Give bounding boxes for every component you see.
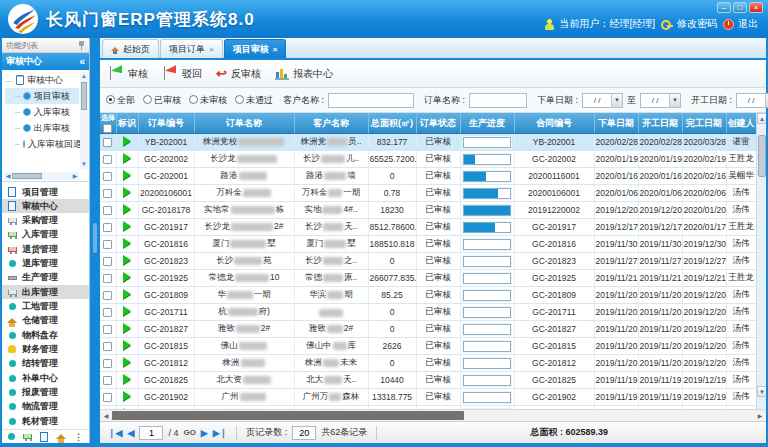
grid-vscroll-thumb[interactable] <box>758 135 766 177</box>
scroll-up-icon[interactable]: ▲ <box>757 113 766 124</box>
tree-vertical-scrollbar[interactable]: ▲ ▼ <box>80 72 88 169</box>
row-checkbox[interactable] <box>103 342 112 351</box>
scroll-right-icon[interactable]: ▶ <box>755 411 765 421</box>
calendar-dropdown-icon[interactable]: ▼ <box>611 94 622 107</box>
maximize-button[interactable]: □ <box>733 2 747 13</box>
table-row[interactable]: GC-201815佛山佛山中库2626已审核GC-2018152019/11/2… <box>100 338 756 355</box>
row-checkbox[interactable] <box>103 325 112 334</box>
table-row[interactable]: GC-202002长沙龙长沙儿..65525.7200..已审核GC-20200… <box>100 151 756 168</box>
sidebar-item-仓储管理[interactable]: 仓储管理 <box>2 314 89 328</box>
prev-page-button[interactable]: ◀ <box>127 428 134 438</box>
column-header-标识[interactable]: 标识 <box>116 113 138 134</box>
table-row[interactable]: GC-201925常德龙10常德原..266077.835..已审核GC-201… <box>100 270 756 287</box>
table-row[interactable]: GC-201812株洲株洲未来0已审核GC-2018122019/11/2020… <box>100 355 756 372</box>
close-tab-icon[interactable]: × <box>209 45 214 54</box>
tab-项目订单[interactable]: 项目订单× <box>160 39 223 58</box>
sidebar-item-耗材管理[interactable]: 耗材管理 <box>2 414 89 428</box>
row-checkbox[interactable] <box>103 376 112 385</box>
splitter-handle[interactable] <box>90 38 100 443</box>
minimize-button[interactable]: – <box>717 2 731 13</box>
tree-item-入库审核回退[interactable]: ┄入库审核回退 <box>5 136 79 152</box>
row-checkbox[interactable] <box>103 223 112 232</box>
table-row[interactable]: GC-201823长沙苑长沙之..0已审核GC-2018232019/11/27… <box>100 253 756 270</box>
row-checkbox[interactable] <box>103 206 112 215</box>
sidebar-item-入库管理[interactable]: 入库管理 <box>2 228 89 242</box>
column-header-生产进度[interactable]: 生产进度 <box>460 113 514 134</box>
报表中心-button[interactable]: 报表中心 <box>275 67 333 81</box>
order-date-input[interactable]: / /▼ <box>582 93 623 108</box>
mini-dot-icon[interactable] <box>8 433 15 440</box>
table-row[interactable]: GC-201809华一期华滨期85.25已审核GC-2018092019/11/… <box>100 287 756 304</box>
mini-cart-icon[interactable] <box>23 434 32 439</box>
calendar-dropdown-icon[interactable]: ▼ <box>669 94 680 107</box>
table-row[interactable]: GC-202001路港路港墙0已审核202001160012020/01/162… <box>100 168 756 185</box>
start-date-input[interactable]: / /▼ <box>736 93 768 108</box>
sidebar-item-报废管理[interactable]: 报废管理 <box>2 385 89 399</box>
tab-项目审核[interactable]: 项目审核× <box>224 39 287 58</box>
row-checkbox[interactable] <box>103 189 112 198</box>
tree-item-入库审核[interactable]: ┄入库审核 <box>5 104 79 120</box>
sidebar-item-项目管理[interactable]: 项目管理 <box>2 185 89 199</box>
sidebar-item-退库管理[interactable]: 退库管理 <box>2 257 89 271</box>
close-tab-icon[interactable]: × <box>273 45 278 54</box>
反审核-button[interactable]: ↩反审核 <box>216 67 261 81</box>
table-row[interactable]: GC-201917长沙龙2#长沙天..8512.78600..已审核GC-201… <box>100 219 756 236</box>
logout-button[interactable]: 退出 <box>723 17 758 31</box>
tree-root-audit-center[interactable]: —审核中心 <box>5 72 79 88</box>
column-header-总面积(㎡)[interactable]: 总面积(㎡) <box>368 113 416 134</box>
customer-name-input[interactable] <box>328 93 414 108</box>
tree-horizontal-scrollbar[interactable]: ◀ ▶ <box>4 172 79 180</box>
table-row[interactable]: GC-201902广州广州万森林13318.775已审核GC-201902201… <box>100 389 756 406</box>
scroll-right-icon[interactable]: ▶ <box>71 172 79 180</box>
审核-button[interactable]: 审核 <box>108 65 148 83</box>
go-button[interactable]: GO <box>183 428 195 437</box>
table-row[interactable]: YB-202001株洲党校株洲党员..832.177已审核YB-20200120… <box>100 134 756 151</box>
column-header-完工日期[interactable]: 完工日期 <box>682 113 726 134</box>
page-number-input[interactable] <box>139 426 163 440</box>
grid-vertical-scrollbar[interactable]: ▲ ▼ <box>756 113 766 409</box>
pin-icon[interactable] <box>78 41 85 50</box>
scroll-left-icon[interactable]: ◀ <box>4 172 12 180</box>
collapse-icon[interactable]: « <box>79 56 85 67</box>
table-row[interactable]: GC-201827雅致2#雅致2#0已审核GC-2018272019/11/20… <box>100 321 756 338</box>
scroll-down-icon[interactable]: ▼ <box>80 160 88 169</box>
sidebar-item-审核中心[interactable]: 审核中心 <box>2 199 89 213</box>
radio-未审核[interactable]: 未审核 <box>189 94 227 107</box>
column-header-合同编号[interactable]: 合同编号 <box>514 113 594 134</box>
next-page-button[interactable]: ▶ <box>201 428 208 438</box>
row-checkbox[interactable] <box>103 257 112 266</box>
row-checkbox[interactable] <box>103 274 112 283</box>
change-password-button[interactable]: 修改密码 <box>661 17 717 31</box>
sidebar-item-出库管理[interactable]: 出库管理 <box>2 285 89 299</box>
order-date-end-input[interactable]: / /▼ <box>640 93 681 108</box>
radio-全部[interactable]: 全部 <box>106 94 135 107</box>
sidebar-item-物料盘存[interactable]: 物料盘存 <box>2 328 89 342</box>
table-row[interactable]: GC-201711杭府)0已审核GC-2017112019/11/202019/… <box>100 304 756 321</box>
column-header-开工日期[interactable]: 开工日期 <box>638 113 682 134</box>
sidebar-item-物流管理[interactable]: 物流管理 <box>2 400 89 414</box>
column-header-创建人[interactable]: 创建人 <box>726 113 756 134</box>
grid-horizontal-scrollbar[interactable]: ◀ ▶ <box>100 409 766 421</box>
row-checkbox[interactable] <box>103 308 112 317</box>
page-size-input[interactable] <box>292 426 316 440</box>
mini-home-icon[interactable] <box>56 434 66 439</box>
mini-doc-icon[interactable] <box>40 432 48 442</box>
sidebar-item-财务管理[interactable]: 财务管理 <box>2 342 89 356</box>
radio-未通过[interactable]: 未通过 <box>235 94 273 107</box>
scroll-left-icon[interactable]: ◀ <box>101 411 111 421</box>
row-checkbox[interactable] <box>103 359 112 368</box>
table-row[interactable]: 20200106001万科金万科金一期0.78已审核20200106001202… <box>100 185 756 202</box>
column-header-订单状态[interactable]: 订单状态 <box>416 113 460 134</box>
last-page-button[interactable]: ▶❘ <box>213 428 227 438</box>
row-checkbox[interactable] <box>103 393 112 402</box>
select-all-checkbox[interactable] <box>103 124 112 133</box>
row-checkbox[interactable] <box>103 155 112 164</box>
table-row[interactable]: GC-201825北大资北大天..10440已审核GC-2018252019/1… <box>100 372 756 389</box>
row-checkbox[interactable] <box>103 291 112 300</box>
table-row[interactable]: GC-201816厦门墅厦门墅188510.818已审核GC-201816201… <box>100 236 756 253</box>
驳回-button[interactable]: 驳回 <box>162 65 202 83</box>
column-header-下单日期[interactable]: 下单日期 <box>594 113 638 134</box>
row-checkbox[interactable] <box>103 172 112 181</box>
column-header-客户名称[interactable]: 客户名称 <box>294 113 368 134</box>
scroll-down-icon[interactable]: ▼ <box>757 386 766 397</box>
